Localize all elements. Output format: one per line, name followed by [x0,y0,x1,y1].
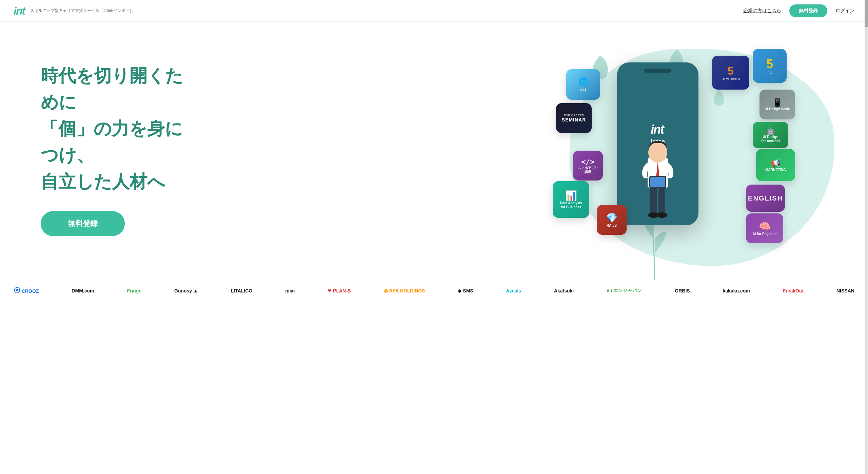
free-register-button[interactable]: 無料登録 [41,211,125,236]
company-nissan[interactable]: NISSAN [836,288,854,293]
svg-rect-4 [650,177,665,187]
svg-rect-6 [658,187,665,214]
phone-notch [644,69,671,73]
company-kakaku[interactable]: kakaku.com [723,288,750,293]
svg-rect-5 [650,187,657,214]
uidesign-label: UI Design basic [765,107,790,111]
company-rpa[interactable]: ◎ RPA HOLDINGS [384,288,425,293]
hero-title-line2: 「個」の力を身につけ、 [41,119,183,165]
uiandroid-icon: 🤖 [766,127,775,135]
svg-point-2 [648,142,667,163]
marketing-icon: 📢 [771,158,781,168]
data-label: Data Analysisfor Business [560,201,582,209]
uiandroid-label: UI Designfor Android [761,135,780,143]
course-card-uiandroid[interactable]: 🤖 UI Designfor Android [753,122,788,148]
course-card-uidesign[interactable]: 📱 UI Design basic [760,90,795,119]
course-card-html[interactable]: 5 HTML CSS 3 [712,56,749,90]
hero-text: 時代を切り開くために 「個」の力を身につけ、 自立した人材へ 無料登録 [0,42,190,236]
course-card-data[interactable]: 📊 Data Analysisfor Business [553,181,589,218]
company-mixi[interactable]: mixi [285,288,295,293]
header: int スキルアップ型キャリア支援サービス「intee(インティ)」 企業の方は… [0,0,868,22]
course-card-globe[interactable]: 🌐 とは [566,69,600,100]
app-label: スマホアプリ講座 [577,166,599,174]
company-orbis[interactable]: ORBIS [675,288,690,293]
english-label: ENGLISH [748,194,783,202]
company-dmm[interactable]: DMM.com [72,288,94,293]
logo[interactable]: int [14,5,25,16]
seminar-title: SEMINAR [562,117,586,122]
hero-illustration: int intee [549,29,854,280]
ai-label: AI for Engineer [752,232,777,236]
hero-title: 時代を切り開くために 「個」の力を身につけ、 自立した人材へ [41,62,190,195]
course-card-marketing[interactable]: 📢 MARKETING [756,149,795,181]
scrollbar[interactable] [865,0,868,301]
person-illustration [624,124,692,225]
svg-point-8 [656,212,667,218]
company-sms[interactable]: ◆ SMS [458,288,473,293]
globe-icon: 🌐 [578,77,588,87]
course-card-seminar[interactable]: FOR CAREER SEMINAR [556,103,592,133]
company-litalico[interactable]: LITALICO [231,288,253,293]
ai-icon: 🧠 [759,221,771,232]
globe-label: とは [580,88,587,92]
course-card-app[interactable]: </> スマホアプリ講座 [573,151,603,181]
js-label: JS [768,71,772,75]
data-icon: 📊 [565,190,577,201]
enterprise-link[interactable]: 企業の方はこちら [743,8,781,14]
company-akatsuki[interactable]: Akatsuki [554,288,574,293]
company-en[interactable]: en エンジャパン [607,288,642,294]
rails-label: RAILS [607,224,617,228]
company-crooz[interactable]: ⦿ CROOZ [14,287,39,295]
seminar-subtitle: FOR CAREER [564,114,584,117]
company-gunosy[interactable]: Gunosy ▲ [174,288,198,293]
company-planb[interactable]: ❤ PLAN-B [328,288,351,293]
company-freakout[interactable]: FreakOut [783,288,804,293]
course-card-js[interactable]: 5 JS [753,49,787,83]
header-left: int スキルアップ型キャリア支援サービス「intee(インティ)」 [14,5,135,16]
header-right: 企業の方はこちら 無料登録 ログイン [743,4,854,17]
course-card-rails[interactable]: 💎 RAILS [597,205,627,235]
html-label: HTML CSS 3 [722,77,739,81]
uidesign-icon: 📱 [772,98,783,107]
phone-mockup: int intee [617,62,698,225]
scrollbar-thumb[interactable] [865,0,868,27]
hero-title-line3: 自立した人材へ [41,172,165,191]
leaf-decoration-3 [712,90,726,108]
html-icon: 5 [728,65,734,77]
register-button[interactable]: 無料登録 [789,4,827,17]
rails-icon: 💎 [606,212,618,224]
companies-section: ⦿ CROOZ DMM.com Fringe Gunosy ▲ LITALICO… [0,280,868,301]
company-fringe[interactable]: Fringe [127,288,141,293]
login-button[interactable]: ログイン [835,8,854,14]
marketing-label: MARKETING [765,168,786,172]
hero-section: 時代を切り開くために 「個」の力を身につけ、 自立した人材へ 無料登録 [0,22,868,280]
company-zeals[interactable]: Azeals [506,288,521,293]
js-icon: 5 [766,57,773,71]
course-card-ai[interactable]: 🧠 AI for Engineer [746,213,783,243]
course-card-english[interactable]: ENGLISH [746,185,785,212]
app-icon: </> [581,157,595,166]
header-tagline: スキルアップ型キャリア支援サービス「intee(インティ)」 [30,8,135,14]
hero-title-line1: 時代を切り開くために [41,66,183,112]
